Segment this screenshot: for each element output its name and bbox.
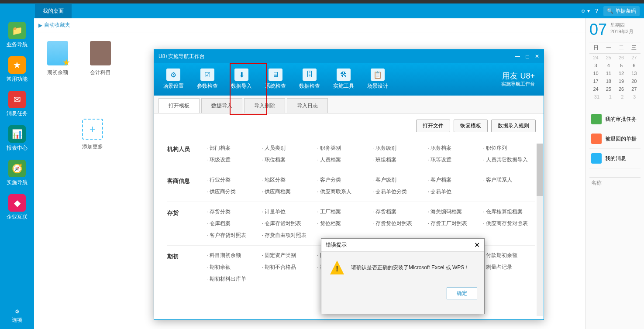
sidebar-item[interactable]: 📊报表中心 <box>7 125 28 152</box>
link-item[interactable]: 存货自由项对照表 <box>262 232 314 239</box>
cal-cell[interactable]: 26 <box>619 55 624 60</box>
cal-cell[interactable]: 27 <box>631 55 637 60</box>
cal-cell[interactable]: 20 <box>631 79 637 84</box>
cal-cell[interactable]: 31 <box>594 94 599 99</box>
link-item[interactable]: 职级设置 <box>207 156 258 164</box>
link-item[interactable]: 工厂档案 <box>317 208 369 216</box>
link-item[interactable]: 供应商联系人 <box>317 188 369 195</box>
link-item[interactable]: 期初不合格品 <box>262 264 314 271</box>
cal-cell[interactable]: 5 <box>620 63 623 68</box>
link-item[interactable]: 行业分类 <box>207 176 258 184</box>
link-item[interactable]: 期初材料出库单 <box>207 275 258 283</box>
header-tab-desktop[interactable]: 我的桌面 <box>35 4 72 18</box>
cal-cell[interactable]: 11 <box>606 71 611 76</box>
toolbar-实施工具[interactable]: 🛠实施工具 <box>333 69 354 90</box>
link-item[interactable]: 存货工厂对照表 <box>428 220 480 227</box>
link-item[interactable]: 仓库核算组档案 <box>483 208 535 216</box>
link-item[interactable]: 剩量占记录 <box>483 264 535 271</box>
link-item[interactable]: 固定资产类别 <box>262 252 314 259</box>
link-item[interactable]: 职务类别 <box>317 144 369 152</box>
cal-cell[interactable]: 24 <box>593 86 599 92</box>
link-item[interactable]: 部门档案 <box>207 144 258 152</box>
maximize-icon[interactable]: ◻ <box>525 53 530 59</box>
cal-cell[interactable]: 17 <box>593 79 599 84</box>
cal-cell[interactable]: 25 <box>606 86 611 92</box>
cal-cell[interactable]: 6 <box>633 63 635 68</box>
task-item[interactable]: 我的审批任务 <box>589 110 641 129</box>
task-item[interactable]: 被退回的单据 <box>589 129 641 149</box>
link-item[interactable]: 职位档案 <box>262 156 314 164</box>
cal-cell[interactable]: 18 <box>606 79 611 84</box>
search-box[interactable]: 🔍 单据条码 <box>603 6 640 16</box>
toolbar-场景设置[interactable]: ⚙场景设置 <box>163 69 184 90</box>
link-item[interactable]: 职等设置 <box>428 156 480 164</box>
desktop-item-qichu[interactable]: ★ 期初余额 <box>47 41 68 76</box>
close-icon[interactable]: ✕ <box>535 53 539 59</box>
link-item[interactable]: 期初余额 <box>207 264 258 271</box>
link-item[interactable]: 地区分类 <box>262 176 314 184</box>
toolbar-系统检查[interactable]: 🖥系统检查 <box>265 69 286 90</box>
help-icon[interactable]: ? <box>595 8 598 14</box>
cal-cell[interactable]: 2 <box>621 94 623 99</box>
link-item[interactable]: 交易单位 <box>428 188 480 195</box>
link-item[interactable]: 客户分类 <box>317 176 369 184</box>
sidebar-item[interactable]: 🧭实施导航 <box>7 160 28 186</box>
link-item[interactable]: 客户存货对照表 <box>207 232 258 239</box>
tab-导入删除[interactable]: 导入删除 <box>244 98 285 113</box>
toolbar-场景设计[interactable]: 📋场景设计 <box>367 69 388 90</box>
link-item[interactable]: 存货分类 <box>207 208 258 216</box>
cal-cell[interactable]: 4 <box>607 63 610 68</box>
link-item[interactable]: 人员档案 <box>317 156 369 164</box>
link-item[interactable]: 供应商分类 <box>207 188 258 195</box>
cal-cell[interactable]: 1 <box>609 94 612 99</box>
toolbar-参数检查[interactable]: ☑参数检查 <box>197 69 218 90</box>
scrollbar-thumb[interactable] <box>537 144 543 196</box>
tab-导入日志[interactable]: 导入日志 <box>287 98 328 113</box>
cal-cell[interactable]: 3 <box>595 63 597 68</box>
link-item[interactable]: 仓库存货对照表 <box>262 220 314 227</box>
link-item[interactable]: 仓库档案 <box>207 220 258 227</box>
toolbar-数据导入[interactable]: ⬇数据导入 <box>231 69 252 90</box>
link-item[interactable]: 职位序列 <box>483 144 535 152</box>
cal-cell[interactable]: 24 <box>593 55 599 60</box>
minimize-icon[interactable]: — <box>515 53 520 59</box>
scrollbar[interactable] <box>537 144 543 316</box>
link-item[interactable]: 存货档案 <box>372 208 424 216</box>
sidebar-item[interactable]: ◆企业互联 <box>7 194 28 221</box>
link-item[interactable]: 海关编码档案 <box>428 208 480 216</box>
link-item[interactable]: 客户档案 <box>428 176 480 184</box>
link-item[interactable]: 交易单位分类 <box>372 188 424 195</box>
action-恢复模板[interactable]: 恢复模板 <box>454 120 488 132</box>
link-item[interactable]: 供应商档案 <box>262 188 314 195</box>
close-icon[interactable]: ✕ <box>474 241 480 249</box>
tab-数据导入[interactable]: 数据导入 <box>201 98 242 113</box>
cal-cell[interactable]: 12 <box>619 71 624 76</box>
favorites-bar[interactable]: ▶ 自动收藏夹 <box>34 18 585 32</box>
link-item[interactable]: 供应商存货对照表 <box>483 220 535 227</box>
link-item[interactable]: 存货货位对照表 <box>372 220 424 227</box>
sidebar-item[interactable]: ★常用功能 <box>7 56 28 83</box>
cal-cell[interactable]: 19 <box>619 79 624 84</box>
link-item[interactable]: 付款期初余额 <box>483 252 535 259</box>
toolbar-数据检查[interactable]: 🗄数据检查 <box>299 69 320 90</box>
cal-cell[interactable]: 3 <box>633 94 636 99</box>
cal-cell[interactable]: 25 <box>606 55 611 60</box>
desktop-item-kuaiji[interactable]: 会计科目 <box>90 41 111 76</box>
link-item[interactable]: 货位档案 <box>317 220 369 227</box>
cal-cell[interactable]: 10 <box>593 71 599 76</box>
cal-cell[interactable]: 26 <box>619 86 624 92</box>
link-item[interactable]: 客户级别 <box>372 176 424 184</box>
link-item[interactable]: 客户联系人 <box>483 176 535 184</box>
link-item[interactable]: 科目期初余额 <box>207 252 258 259</box>
link-item[interactable]: 职务级别 <box>372 144 424 152</box>
action-数据录入规则[interactable]: 数据录入规则 <box>491 120 536 132</box>
sidebar-item[interactable]: ✉消息任务 <box>7 91 28 117</box>
link-item[interactable]: 职务档案 <box>428 144 480 152</box>
tab-打开模板[interactable]: 打开模板 <box>158 98 200 113</box>
link-item[interactable]: 班组档案 <box>372 156 424 164</box>
link-item[interactable]: 人员类别 <box>262 144 314 152</box>
desktop-add-more[interactable]: + 添加更多 <box>82 119 103 151</box>
smiley-icon[interactable]: ☺ ▾ <box>581 8 590 14</box>
task-item[interactable]: 我的消息 <box>589 149 641 168</box>
action-打开文件[interactable]: 打开文件 <box>416 120 450 132</box>
